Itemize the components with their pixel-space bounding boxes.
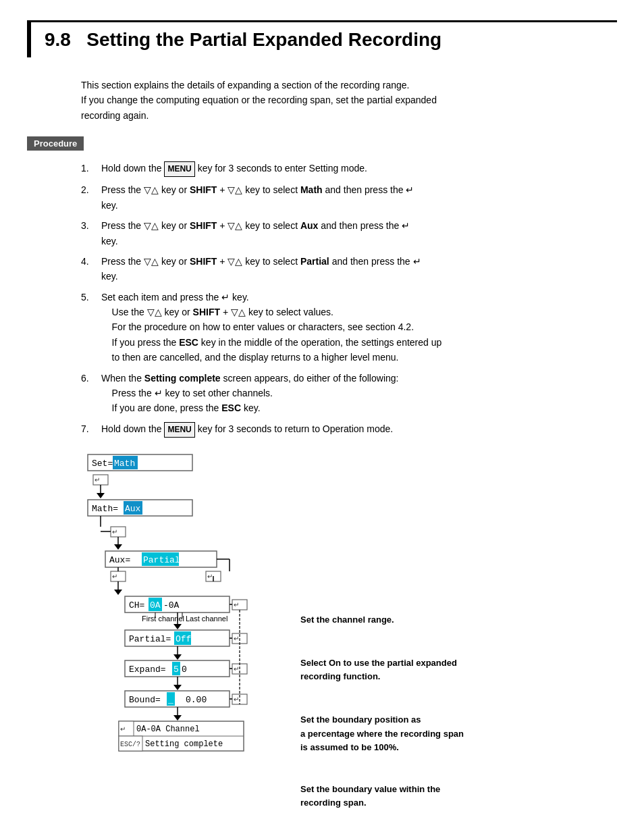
intro-text: This section explains the details of exp… bbox=[81, 78, 617, 123]
step-5-content: Set each item and press the ↵ key. Use t… bbox=[101, 290, 617, 365]
step-7-content: Hold down the MENU key for 3 seconds to … bbox=[101, 421, 617, 438]
svg-text:Last channel: Last channel bbox=[186, 615, 227, 623]
step-2: 2. Press the ▽△ key or SHIFT + ▽△ key to… bbox=[81, 182, 617, 213]
svg-text:↵: ↵ bbox=[95, 477, 100, 484]
step-6-content: When the Setting complete screen appears… bbox=[101, 371, 617, 416]
step-3-content: Press the ▽△ key or SHIFT + ▽△ key to se… bbox=[101, 218, 617, 249]
intro-line-2: If you change the computing equation or … bbox=[81, 93, 617, 107]
svg-marker-74 bbox=[173, 715, 182, 721]
step-1: 1. Hold down the MENU key for 3 seconds … bbox=[81, 161, 617, 177]
step-3: 3. Press the ▽△ key or SHIFT + ▽△ key to… bbox=[81, 218, 617, 249]
page-title: 9.8 Setting the Partial Expanded Recordi… bbox=[45, 29, 603, 51]
svg-text:Partial=: Partial= bbox=[129, 634, 171, 644]
step-2-content: Press the ▽△ key or SHIFT + ▽△ key to se… bbox=[101, 182, 617, 213]
svg-text:↵: ↵ bbox=[234, 666, 239, 673]
diagram: Set= Math ↵ Math= Aux bbox=[81, 451, 617, 834]
svg-text:Aux: Aux bbox=[125, 504, 141, 514]
step-6: 6. When the Setting complete screen appe… bbox=[81, 371, 617, 416]
procedure-label: Procedure bbox=[27, 136, 84, 151]
step-5-num: 5. bbox=[81, 290, 101, 365]
svg-marker-7 bbox=[97, 493, 105, 498]
step-6-num: 6. bbox=[81, 371, 101, 416]
step-5: 5. Set each item and press the ↵ key. Us… bbox=[81, 290, 617, 365]
step-7-num: 7. bbox=[81, 421, 101, 438]
step-3-num: 3. bbox=[81, 218, 101, 249]
label-bound: Set the boundary value within therecordi… bbox=[300, 783, 533, 810]
diagram-right-labels: Set the channel range. Select On to use … bbox=[290, 451, 533, 834]
step-1-num: 1. bbox=[81, 161, 101, 177]
svg-text:↵: ↵ bbox=[234, 696, 239, 704]
svg-text:↵: ↵ bbox=[207, 573, 213, 581]
svg-text:Set=: Set= bbox=[92, 459, 113, 469]
svg-text:_: _ bbox=[167, 695, 173, 705]
page: 9.8 Setting the Partial Expanded Recordi… bbox=[0, 0, 644, 834]
svg-text:↵: ↵ bbox=[234, 602, 239, 609]
menu-key-1: MENU bbox=[164, 161, 194, 177]
menu-key-7: MENU bbox=[164, 422, 194, 438]
intro-line-1: This section explains the details of exp… bbox=[81, 78, 617, 93]
svg-text:↵: ↵ bbox=[112, 573, 117, 581]
label-partial: Select On to use the partial expandedrec… bbox=[300, 656, 533, 683]
page-header: 9.8 Setting the Partial Expanded Recordi… bbox=[27, 20, 617, 57]
svg-text:Expand=: Expand= bbox=[129, 664, 166, 675]
flow-diagram-svg: Set= Math ↵ Math= Aux bbox=[81, 451, 290, 829]
svg-marker-45 bbox=[173, 624, 182, 629]
svg-text:0A: 0A bbox=[150, 600, 161, 610]
step-7: 7. Hold down the MENU key for 3 seconds … bbox=[81, 421, 617, 438]
label-expand: Set the boundary position asa percentage… bbox=[300, 713, 533, 754]
svg-marker-64 bbox=[173, 685, 182, 690]
svg-text:↵: ↵ bbox=[120, 726, 126, 733]
svg-text:↵: ↵ bbox=[112, 529, 117, 536]
label-ch-range: Set the channel range. bbox=[300, 613, 533, 627]
svg-text:Off: Off bbox=[176, 634, 191, 644]
svg-text:0: 0 bbox=[182, 664, 187, 675]
step-4: 4. Press the ▽△ key or SHIFT + ▽△ key to… bbox=[81, 254, 617, 284]
svg-text:Math: Math bbox=[114, 459, 135, 469]
svg-text:CH=: CH= bbox=[129, 600, 145, 610]
step-4-content: Press the ▽△ key or SHIFT + ▽△ key to se… bbox=[101, 254, 617, 284]
step-1-content: Hold down the MENU key for 3 seconds to … bbox=[101, 161, 617, 177]
svg-text:ESC/?: ESC/? bbox=[120, 741, 140, 748]
svg-text:Partial: Partial bbox=[143, 555, 180, 565]
svg-marker-54 bbox=[173, 654, 182, 660]
svg-text:-0A: -0A bbox=[163, 600, 180, 610]
content-area: This section explains the details of exp… bbox=[81, 78, 617, 834]
step-2-num: 2. bbox=[81, 182, 101, 213]
svg-text:Aux=: Aux= bbox=[109, 555, 130, 565]
svg-marker-30 bbox=[114, 590, 122, 595]
svg-text:Setting complete: Setting complete bbox=[145, 739, 223, 749]
steps-list: 1. Hold down the MENU key for 3 seconds … bbox=[81, 161, 617, 438]
diagram-left: Set= Math ↵ Math= Aux bbox=[81, 451, 290, 831]
intro-line-3: recording again. bbox=[81, 108, 617, 123]
svg-text:5: 5 bbox=[173, 664, 179, 675]
svg-text:0A-0A Channel: 0A-0A Channel bbox=[136, 725, 200, 734]
step-4-num: 4. bbox=[81, 254, 101, 284]
svg-marker-17 bbox=[114, 544, 122, 550]
svg-text:Math=: Math= bbox=[92, 504, 118, 514]
svg-text:Bound=: Bound= bbox=[129, 695, 161, 705]
svg-text:↵: ↵ bbox=[234, 635, 239, 643]
svg-text:0.00: 0.00 bbox=[186, 695, 207, 705]
